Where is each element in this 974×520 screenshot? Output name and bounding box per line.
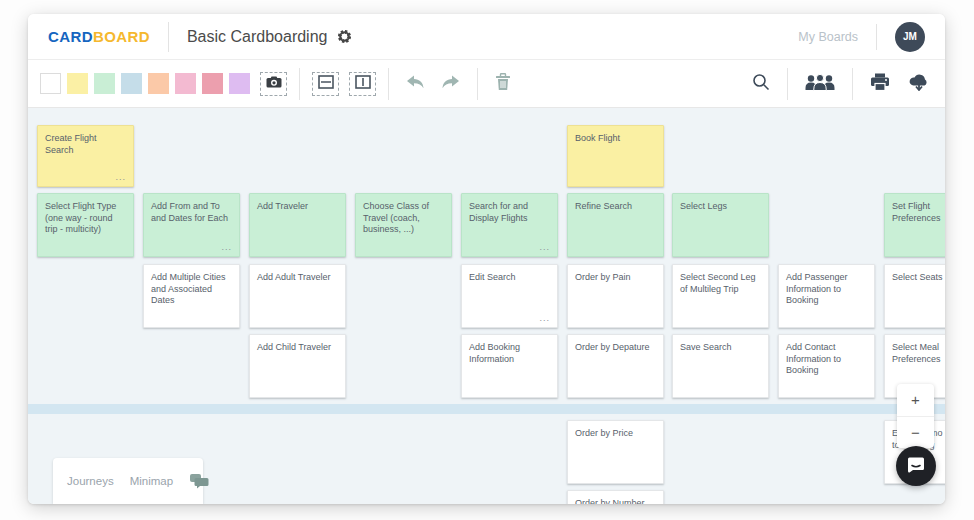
story-card-text: Edit Search xyxy=(469,272,550,284)
story-card-text: Select Second Leg of Multileg Trip xyxy=(680,272,761,295)
story-card[interactable]: Set Flight Preferences xyxy=(884,193,945,257)
camera-icon xyxy=(266,76,282,91)
story-card-text: Add Child Traveler xyxy=(257,342,338,354)
story-card-text: Select Seats xyxy=(892,272,945,284)
story-card-text: Search for and Display Flights xyxy=(469,201,550,224)
story-card-text: Book Flight xyxy=(575,133,656,145)
camera-card-button[interactable] xyxy=(260,72,287,96)
card-more-indicator[interactable]: ... xyxy=(151,243,232,252)
card-more-indicator[interactable]: ... xyxy=(469,314,550,323)
story-card-text: Add Adult Traveler xyxy=(257,272,338,284)
story-card[interactable]: Edit Search... xyxy=(461,264,558,328)
tab-journeys[interactable]: Journeys xyxy=(67,475,114,487)
story-card[interactable]: Add Booking Information xyxy=(461,334,558,398)
toolbar-divider xyxy=(852,68,853,100)
color-swatch[interactable] xyxy=(229,73,250,94)
toolbar xyxy=(28,60,945,108)
support-chat-button[interactable] xyxy=(896,446,936,486)
color-swatch[interactable] xyxy=(121,73,142,94)
collaborators-icon xyxy=(805,74,835,94)
print-icon xyxy=(870,73,890,94)
toolbar-divider xyxy=(477,68,478,100)
board-title: Basic Cardboarding xyxy=(187,28,328,46)
print-button[interactable] xyxy=(865,71,895,96)
color-swatch[interactable] xyxy=(175,73,196,94)
story-card-text: Add Traveler xyxy=(257,201,338,213)
story-map-board[interactable]: Create Flight Search...Book FlightSelect… xyxy=(28,108,945,504)
my-boards-link[interactable]: My Boards xyxy=(798,30,858,44)
card-more-indicator[interactable]: ... xyxy=(469,243,550,252)
story-card-text: Refine Search xyxy=(575,201,656,213)
color-swatch[interactable] xyxy=(67,73,88,94)
story-card-text: Order by Price xyxy=(575,428,656,440)
redo-button[interactable] xyxy=(436,73,465,94)
split-column-button[interactable] xyxy=(349,72,376,96)
user-avatar[interactable]: JM xyxy=(895,22,925,52)
story-card[interactable]: Order by Depature xyxy=(567,334,664,398)
story-card[interactable]: Select Flight Type (one way - round trip… xyxy=(37,193,134,257)
undo-button[interactable] xyxy=(401,73,430,94)
color-swatch[interactable] xyxy=(94,73,115,94)
story-card[interactable]: Search for and Display Flights... xyxy=(461,193,558,257)
story-card-text: Save Search xyxy=(680,342,761,354)
story-card-text: Add Multiple Cities and Associated Dates xyxy=(151,272,232,307)
story-card[interactable]: Add Child Traveler xyxy=(249,334,346,398)
color-swatch[interactable] xyxy=(40,73,61,94)
redo-icon xyxy=(441,75,460,92)
story-card[interactable]: Order by Number Stops xyxy=(567,490,664,504)
story-card-text: Choose Class of Travel (coach, business,… xyxy=(363,201,444,236)
release-divider[interactable] xyxy=(28,404,945,414)
story-card-text: Add Passenger Information to Booking xyxy=(786,272,867,307)
tab-minimap[interactable]: Minimap xyxy=(130,475,173,487)
story-card-text: Select Flight Type (one way - round trip… xyxy=(45,201,126,236)
logo-board-text: BOARD xyxy=(93,28,150,45)
story-card[interactable]: Select Seats xyxy=(884,264,945,328)
search-button[interactable] xyxy=(747,71,775,96)
split-horizontal-icon xyxy=(318,75,334,92)
zoom-in-button[interactable]: + xyxy=(897,384,934,417)
board-settings-gear-icon[interactable] xyxy=(337,29,352,44)
color-swatch[interactable] xyxy=(202,73,223,94)
trash-icon xyxy=(495,73,511,94)
story-card-text: Order by Depature xyxy=(575,342,656,354)
color-swatch-group xyxy=(40,73,250,94)
story-card[interactable]: Book Flight xyxy=(567,125,664,187)
story-card[interactable]: Add Multiple Cities and Associated Dates xyxy=(143,264,240,328)
logo-card-text: CARD xyxy=(48,28,93,45)
delete-button[interactable] xyxy=(490,71,516,96)
app-logo[interactable]: CARDBOARD xyxy=(48,28,150,45)
story-card[interactable]: Order by Price xyxy=(567,420,664,484)
card-more-indicator[interactable]: ... xyxy=(45,173,126,182)
zoom-panel: + − xyxy=(897,384,934,448)
story-card-text: Add From and To and Dates for Each xyxy=(151,201,232,224)
story-card[interactable]: Add Adult Traveler xyxy=(249,264,346,328)
story-card-text: Order by Number Stops xyxy=(575,498,656,504)
color-swatch[interactable] xyxy=(148,73,169,94)
story-card[interactable]: Save Search xyxy=(672,334,769,398)
story-card-text: Order by Pain xyxy=(575,272,656,284)
story-card-text: Set Flight Preferences xyxy=(892,201,945,224)
export-button[interactable] xyxy=(903,71,935,96)
toolbar-divider xyxy=(299,68,300,100)
zoom-out-button[interactable]: − xyxy=(897,417,934,449)
story-card-text: Add Contact Information to Booking xyxy=(786,342,867,377)
comments-icon[interactable] xyxy=(189,473,209,489)
story-card[interactable]: Create Flight Search... xyxy=(37,125,134,187)
toolbar-right-icons xyxy=(747,68,935,100)
journeys-minimap-panel: Journeys Minimap xyxy=(53,458,203,504)
split-row-button[interactable] xyxy=(312,72,339,96)
undo-icon xyxy=(406,75,425,92)
chat-bubble-icon xyxy=(907,457,925,476)
story-card[interactable]: Add Contact Information to Booking xyxy=(778,334,875,398)
story-card-text: Select Legs xyxy=(680,201,761,213)
story-card[interactable]: Select Second Leg of Multileg Trip xyxy=(672,264,769,328)
collaborators-button[interactable] xyxy=(800,72,840,96)
story-card-text: Create Flight Search xyxy=(45,133,126,156)
story-card[interactable]: Choose Class of Travel (coach, business,… xyxy=(355,193,452,257)
story-card[interactable]: Add Traveler xyxy=(249,193,346,257)
story-card[interactable]: Select Legs xyxy=(672,193,769,257)
story-card[interactable]: Add From and To and Dates for Each... xyxy=(143,193,240,257)
story-card[interactable]: Add Passenger Information to Booking xyxy=(778,264,875,328)
story-card[interactable]: Refine Search xyxy=(567,193,664,257)
story-card[interactable]: Order by Pain xyxy=(567,264,664,328)
